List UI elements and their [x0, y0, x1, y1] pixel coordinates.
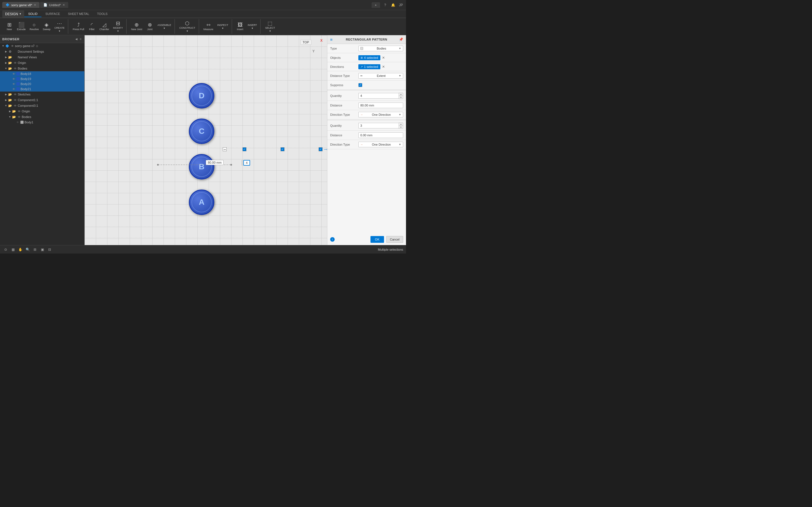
- tree-item-comp1[interactable]: ▶ 📂 👁 Component1:1: [0, 97, 84, 103]
- sb-btn-more[interactable]: ⊟: [47, 247, 52, 252]
- tree-item-body21[interactable]: 👁 Body21: [0, 87, 84, 92]
- toolbar-btn-new-component[interactable]: ⊞ New: [4, 21, 15, 32]
- coin-a[interactable]: A: [189, 189, 214, 215]
- toolbar-btn-new-joint[interactable]: ⊕ New Joint: [130, 21, 144, 32]
- help-icon[interactable]: ?: [382, 2, 388, 8]
- toolbar-btn-revolve[interactable]: ○ Revolve: [28, 21, 41, 32]
- eye-body20[interactable]: 👁: [12, 82, 16, 86]
- rp-directions-clear[interactable]: ✕: [382, 64, 386, 69]
- toolbar-btn-sweep[interactable]: ◈ Sweep: [41, 21, 52, 32]
- rp-input-quantity1[interactable]: [358, 93, 399, 99]
- rp-select-direction-type1[interactable]: → One Direction ▼: [358, 112, 403, 117]
- sb-btn-display[interactable]: ⊞: [32, 247, 38, 252]
- toolbar-btn-press-pull[interactable]: ⤴ Press Pull: [71, 21, 86, 32]
- design-dropdown[interactable]: DESIGN ▼: [2, 10, 24, 18]
- tree-item-bodies[interactable]: ▼ 📂 👁 Bodies: [0, 66, 84, 71]
- rp-input-quantity2[interactable]: [358, 123, 399, 128]
- tree-item-root[interactable]: ▼ 🔷 👁 sorry game v7 ⊙: [0, 43, 84, 49]
- toolbar-tab-tools[interactable]: TOOLS: [93, 11, 111, 17]
- tree-item-comp3[interactable]: ▼ 📂 👁 Component3:1: [0, 103, 84, 108]
- dimension-input-box[interactable]: 4: [243, 160, 250, 166]
- eye-body18[interactable]: 👁: [12, 72, 16, 76]
- toolbar-tab-sheet-metal[interactable]: SHEET METAL: [64, 11, 93, 17]
- eye-origin[interactable]: 👁: [13, 61, 17, 65]
- toolbar-btn-fillet[interactable]: ◜ Fillet: [86, 21, 97, 32]
- tab-close-sorry[interactable]: ✕: [34, 3, 36, 6]
- rp-info-btn[interactable]: i: [330, 237, 335, 242]
- toolbar-btn-modify-more[interactable]: ⊟ MODIFY ▼: [111, 20, 124, 34]
- eye-bodies[interactable]: 👁: [13, 66, 17, 70]
- rp-label-type: Type: [330, 47, 358, 50]
- tree-item-body1[interactable]: 👁 Body1: [0, 120, 84, 125]
- tree-item-sketches[interactable]: ▶ 📂 👁 Sketches: [0, 92, 84, 97]
- tab-untitled[interactable]: 📄 Untitled* ✕: [40, 2, 68, 8]
- sb-btn-view[interactable]: ▣: [40, 247, 45, 252]
- new-tab-btn[interactable]: +: [371, 2, 380, 8]
- toolbar-btn-inspect-more[interactable]: INSPECT ▼: [216, 22, 230, 31]
- toolbar-btn-more[interactable]: ⋯ CREATE ▼: [53, 20, 66, 34]
- quantity1-down[interactable]: ▼: [399, 96, 403, 99]
- rp-input-distance2[interactable]: [358, 132, 403, 138]
- quantity2-up[interactable]: ▲: [399, 123, 403, 126]
- rp-input-distance1[interactable]: [358, 103, 403, 108]
- tree-item-bodies3[interactable]: ▼ 📂 👁 Bodies: [0, 114, 84, 120]
- tree-item-origin[interactable]: ▶ 📂 👁 Origin: [0, 60, 84, 66]
- eye-comp1[interactable]: 👁: [13, 98, 17, 102]
- toolbar-btn-chamfer[interactable]: ◿ Chamfer: [98, 21, 111, 32]
- sb-btn-snap[interactable]: ⊙: [3, 247, 8, 252]
- toolbar-btn-extrude[interactable]: ⬛ Extrude: [15, 21, 28, 32]
- sb-btn-grid[interactable]: ▦: [10, 247, 16, 252]
- eye-body19[interactable]: 👁: [12, 77, 16, 81]
- rp-ok-button[interactable]: OK: [370, 236, 384, 243]
- tab-sorry-game[interactable]: 🔷 sorry game v8* ✕: [2, 2, 40, 8]
- sb-btn-pan[interactable]: ✋: [17, 247, 23, 252]
- vp-checkbox-4[interactable]: ✓: [319, 147, 322, 151]
- rp-checkbox-suppress[interactable]: ✓: [358, 83, 362, 87]
- eye-sketches[interactable]: 👁: [13, 93, 17, 96]
- toolbar-tab-surface[interactable]: SURFACE: [42, 11, 64, 17]
- eye-body21[interactable]: 👁: [12, 87, 16, 91]
- sidebar-collapse-btn[interactable]: ◀: [75, 37, 78, 41]
- toolbar-tab-solid[interactable]: SOLID: [24, 11, 42, 17]
- vp-checkbox-1[interactable]: ⇔: [223, 147, 227, 151]
- toolbar-btn-joint[interactable]: ⊗ Joint: [144, 21, 155, 32]
- tree-item-named-views[interactable]: ▶ 📂 Named Views: [0, 54, 84, 60]
- rp-objects-clear[interactable]: ✕: [382, 55, 386, 60]
- sidebar-menu-btn[interactable]: ≡: [79, 37, 82, 41]
- toolbar-btn-insert[interactable]: 🖼 Insert: [235, 21, 246, 32]
- toolbar-btn-select[interactable]: ⬚ SELECT ▼: [263, 20, 276, 34]
- rp-value-quantity2: ▲ ▼: [358, 122, 403, 129]
- coin-d[interactable]: D: [189, 83, 214, 108]
- toolbar-btn-insert-more[interactable]: INSERT ▼: [246, 22, 259, 31]
- tree-item-origin3[interactable]: ▶ 📂 👁 Origin: [0, 108, 84, 114]
- quantity1-up[interactable]: ▲: [399, 93, 403, 96]
- tree-item-body18[interactable]: 👁 Body18: [0, 71, 84, 76]
- sb-btn-zoom[interactable]: 🔍: [25, 247, 31, 252]
- notifications-icon[interactable]: 🔔: [390, 2, 396, 8]
- eye-origin3[interactable]: 👁: [17, 109, 21, 113]
- rp-select-type[interactable]: Bodies ▼: [358, 46, 403, 51]
- eye-bodies3[interactable]: 👁: [17, 115, 21, 119]
- tree-item-doc-settings[interactable]: ▶ ⚙ Document Settings: [0, 49, 84, 54]
- tree-item-body19[interactable]: 👁 Body19: [0, 76, 84, 81]
- vp-checkbox-3[interactable]: ✓: [281, 147, 285, 151]
- rp-select-distance-type[interactable]: ⇔ Extent ▼: [358, 73, 403, 78]
- quantity2-down[interactable]: ▼: [399, 126, 403, 128]
- tree-label-doc-settings: Document Settings: [18, 50, 44, 53]
- toolbar-btn-construct[interactable]: ⬡ CONSTRUCT ▼: [177, 20, 197, 34]
- eye-comp3[interactable]: 👁: [13, 104, 17, 108]
- rp-objects-selected[interactable]: ⊞ 4 selected: [358, 55, 380, 60]
- profile-icon[interactable]: JP: [398, 2, 404, 8]
- eye-body1[interactable]: 👁: [16, 120, 20, 124]
- tree-item-body20[interactable]: 👁 Body20: [0, 81, 84, 87]
- toolbar-btn-assemble-more[interactable]: ASSEMBLE ▼: [156, 22, 173, 31]
- eye-root[interactable]: 👁: [10, 44, 14, 48]
- rp-pin-icon[interactable]: 📌: [399, 38, 403, 41]
- rp-select-direction-type2[interactable]: → One Direction ▼: [358, 142, 403, 147]
- rp-cancel-button[interactable]: Cancel: [386, 236, 403, 243]
- rp-directions-selected[interactable]: ↗ 1 selected: [358, 64, 380, 69]
- vp-checkbox-2[interactable]: ✓: [243, 147, 246, 151]
- coin-c[interactable]: C: [189, 119, 214, 144]
- toolbar-btn-measure[interactable]: ⇿ Measure: [202, 21, 215, 32]
- tab-close-untitled[interactable]: ✕: [63, 3, 65, 6]
